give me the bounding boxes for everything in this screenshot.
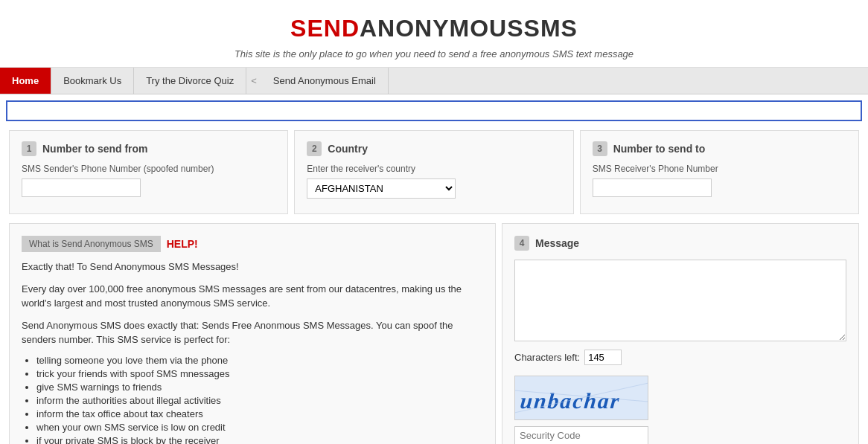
sender-phone-input[interactable] — [22, 178, 141, 197]
bullet-list: telling someone you love them via the ph… — [36, 355, 483, 445]
step-2-label: Enter the receiver's country — [307, 164, 561, 174]
receiver-phone-input[interactable] — [593, 178, 712, 197]
list-item: if your private SMS is block by the rece… — [36, 435, 483, 445]
step-1-label: SMS Sender's Phone Number (spoofed numbe… — [22, 164, 275, 174]
header-subtitle: This site is the only place to go when y… — [0, 48, 868, 59]
what-is-badge: What is Send Anonymous SMS — [22, 236, 161, 252]
list-item: give SMS warnings to friends — [36, 382, 483, 393]
what-is-header: What is Send Anonymous SMS HELP! — [22, 236, 483, 252]
message-box: 4 Message Characters left: unbachar — [502, 223, 859, 444]
chars-left-row: Characters left: — [514, 350, 846, 365]
captcha-area: unbachar — [514, 376, 846, 444]
list-item: trick your friends with spoof SMS mnessa… — [36, 368, 483, 379]
nav-anonymous-email[interactable]: Send Anonymous Email — [261, 68, 389, 94]
security-code-input[interactable] — [514, 426, 648, 444]
paragraph-3: Send Anonymous SMS does exactly that: Se… — [22, 318, 483, 347]
country-select-wrapper: AFGHANISTAN — [307, 178, 561, 199]
step-2-box: 2 Country Enter the receiver's country A… — [294, 130, 573, 214]
step-2-title: Country — [328, 143, 368, 155]
step-3-label: SMS Receiver's Phone Number — [593, 164, 846, 174]
step-1-box: 1 Number to send from SMS Sender's Phone… — [9, 130, 288, 214]
message-textarea[interactable] — [514, 260, 846, 341]
title-rest: ANONYMOUSSMS — [360, 15, 578, 42]
list-item: inform the tax office about tax cheaters — [36, 408, 483, 419]
step-2-number: 2 — [307, 141, 322, 156]
message-step-number: 4 — [514, 236, 529, 251]
step-1-header: 1 Number to send from — [22, 141, 275, 156]
what-is-box: What is Send Anonymous SMS HELP! Exactly… — [9, 223, 496, 444]
step-2-header: 2 Country — [307, 141, 561, 156]
step-3-title: Number to send to — [613, 143, 706, 155]
help-link[interactable]: HELP! — [167, 238, 198, 250]
country-select[interactable]: AFGHANISTAN — [307, 178, 456, 199]
paragraph-1: Exactly that! To Send Anonymous SMS Mess… — [22, 260, 483, 274]
chars-left-input — [584, 350, 622, 365]
nav-home[interactable]: Home — [0, 68, 51, 94]
step-3-number: 3 — [593, 141, 607, 156]
nav-separator: < — [246, 68, 261, 94]
nav-bookmark[interactable]: Bookmark Us — [51, 68, 134, 94]
blue-bar — [6, 100, 862, 121]
main-row: What is Send Anonymous SMS HELP! Exactly… — [0, 217, 868, 444]
step-1-number: 1 — [22, 141, 36, 156]
step-3-box: 3 Number to send to SMS Receiver's Phone… — [580, 130, 859, 214]
nav-divorce-quiz[interactable]: Try the Divorce Quiz — [134, 68, 246, 94]
site-title: SENDANONYMOUSSMS — [0, 15, 868, 42]
message-step-title: Message — [535, 237, 579, 249]
list-item: telling someone you love them via the ph… — [36, 355, 483, 366]
chars-left-label: Characters left: — [514, 352, 580, 363]
title-send: SEND — [290, 15, 360, 42]
step-1-title: Number to send from — [42, 143, 148, 155]
steps-row: 1 Number to send from SMS Sender's Phone… — [0, 127, 868, 217]
navigation: Home Bookmark Us Try the Divorce Quiz < … — [0, 68, 868, 94]
paragraph-2: Every day over 100,000 free anonymous SM… — [22, 282, 483, 311]
step-3-header: 3 Number to send to — [593, 141, 846, 156]
list-item: inform the authorities about illegal act… — [36, 395, 483, 406]
header: SENDANONYMOUSSMS This site is the only p… — [0, 0, 868, 68]
captcha-image: unbachar — [514, 376, 648, 420]
list-item: when your own SMS service is low on cred… — [36, 422, 483, 433]
message-header: 4 Message — [514, 236, 846, 251]
